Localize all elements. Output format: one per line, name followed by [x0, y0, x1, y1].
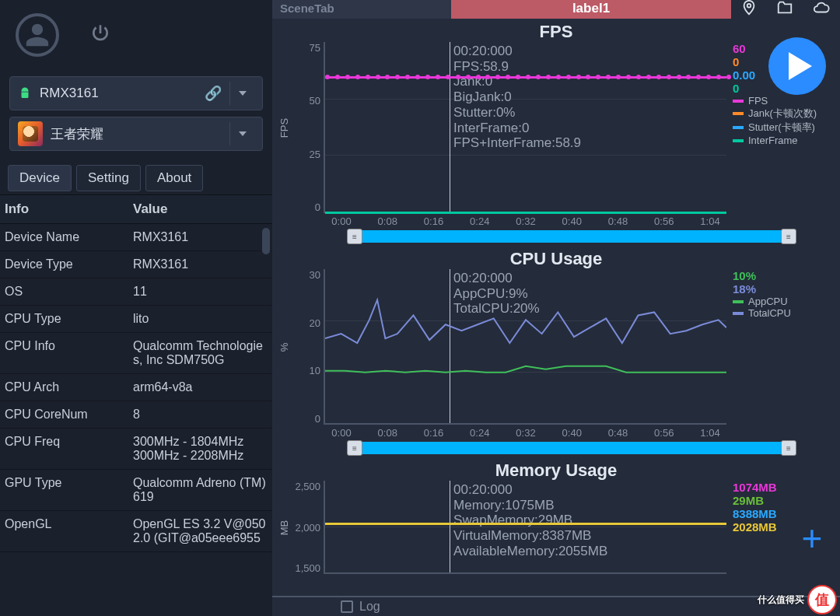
- info-value: OpenGL ES 3.2 V@0502.0 (GIT@a05eee6955: [128, 511, 272, 551]
- location-icon[interactable]: [740, 0, 758, 19]
- play-icon: [789, 52, 812, 80]
- slider-handle-left[interactable]: ≡: [347, 440, 362, 456]
- slider-handle-right[interactable]: ≡: [781, 229, 796, 244]
- info-value: 11: [128, 278, 272, 305]
- play-button[interactable]: [768, 37, 826, 95]
- app-name: 王者荣耀: [51, 125, 222, 143]
- chart-memory-usage: Memory UsageMB2,5002,0001,50000:20:000Me…: [277, 460, 835, 574]
- time-range-slider[interactable]: ≡≡: [355, 230, 789, 243]
- device-selector[interactable]: RMX3161 🔗: [9, 76, 263, 110]
- add-button[interactable]: +: [793, 523, 831, 560]
- app-selector[interactable]: 王者荣耀: [9, 117, 263, 151]
- device-name: RMX3161: [40, 86, 197, 101]
- chart-title: CPU Usage: [277, 249, 835, 269]
- chart-legend: 10%18%AppCPUTotalCPU: [726, 269, 835, 425]
- sidebar-tabs: Device Setting About: [0, 157, 272, 194]
- table-row: CPU Freq300MHz - 1804MHz 300MHz - 2208MH…: [0, 429, 272, 470]
- table-row: Device NameRMX3161: [0, 224, 272, 251]
- info-key: CPU Freq: [0, 429, 128, 469]
- cloud-icon[interactable]: [812, 0, 831, 19]
- tab-setting[interactable]: Setting: [76, 165, 141, 191]
- scrollbar-thumb[interactable]: [261, 227, 271, 255]
- plot-area[interactable]: 00:20:000Memory:1075MBSwapMemory:29MBVir…: [324, 481, 726, 574]
- folder-icon[interactable]: [776, 0, 793, 19]
- info-key: CPU Info: [0, 333, 128, 373]
- info-key: OS: [0, 278, 128, 305]
- user-bar: [0, 0, 272, 70]
- header-info: Info: [0, 195, 128, 223]
- chart-title: Memory Usage: [277, 460, 835, 481]
- info-value: lito: [128, 306, 272, 332]
- plot-area[interactable]: 00:20:000AppCPU:9%TotalCPU:20%: [324, 269, 726, 425]
- info-value: RMX3161: [128, 251, 272, 278]
- table-row: Device TypeRMX3161: [0, 251, 272, 278]
- app-icon: [18, 121, 43, 146]
- person-icon: [24, 22, 51, 48]
- info-value: RMX3161: [128, 224, 272, 250]
- chevron-down-icon: [239, 91, 247, 96]
- info-key: OpenGL: [0, 511, 128, 551]
- main-panel: SceneTab label1 FPSFPS755025000:20:000FP…: [272, 0, 840, 616]
- table-row: GPU TypeQualcomm Adreno (TM) 619: [0, 470, 272, 511]
- info-key: GPU Type: [0, 470, 128, 510]
- cursor-readout: 00:20:000Memory:1075MBSwapMemory:29MBVir…: [453, 482, 607, 559]
- svg-point-0: [747, 4, 751, 8]
- link-icon: 🔗: [205, 85, 222, 102]
- info-value: Qualcomm Adreno (TM) 619: [128, 470, 272, 510]
- info-key: CPU Type: [0, 306, 128, 332]
- chart-cpu-usage: CPU Usage%302010000:20:000AppCPU:9%Total…: [277, 249, 835, 459]
- chart-title: FPS: [277, 22, 835, 42]
- table-row: OpenGLOpenGL ES 3.2 V@0502.0 (GIT@a05eee…: [0, 511, 272, 552]
- info-value: 300MHz - 1804MHz 300MHz - 2208MHz: [128, 429, 272, 469]
- slider-handle-right[interactable]: ≡: [781, 440, 796, 456]
- info-key: CPU Arch: [0, 374, 128, 401]
- footer-bar: Log: [272, 596, 840, 616]
- plot-area[interactable]: 00:20:000FPS:58.9Jank:0BigJank:0Stutter:…: [324, 42, 726, 213]
- table-row: CPU Typelito: [0, 306, 272, 333]
- info-table-header: Info Value: [0, 194, 272, 224]
- info-value: 8: [128, 401, 272, 428]
- info-key: Device Type: [0, 251, 128, 278]
- tab-about[interactable]: About: [145, 165, 203, 191]
- scene-tab[interactable]: SceneTab: [272, 0, 451, 19]
- table-row: CPU Archarm64-v8a: [0, 374, 272, 401]
- cursor-readout: 00:20:000FPS:58.9Jank:0BigJank:0Stutter:…: [453, 44, 581, 151]
- android-icon: [18, 86, 32, 100]
- chevron-down-icon: [239, 131, 247, 136]
- tab-device[interactable]: Device: [8, 165, 72, 191]
- info-key: Device Name: [0, 224, 128, 250]
- time-range-slider[interactable]: ≡≡: [355, 442, 789, 454]
- log-checkbox[interactable]: [341, 600, 353, 613]
- power-icon[interactable]: [90, 23, 110, 47]
- app-dropdown-toggle[interactable]: [229, 122, 254, 145]
- info-key: CPU CoreNum: [0, 401, 128, 428]
- info-value: arm64-v8a: [128, 374, 272, 401]
- top-bar: SceneTab label1: [272, 0, 840, 19]
- table-row: CPU CoreNum8: [0, 401, 272, 429]
- avatar[interactable]: [16, 13, 59, 57]
- table-row: OS11: [0, 278, 272, 306]
- chart-fps: FPSFPS755025000:20:000FPS:58.9Jank:0BigJ…: [277, 22, 835, 247]
- sidebar: RMX3161 🔗 王者荣耀 Device Setting About Info…: [0, 0, 272, 616]
- header-value: Value: [128, 195, 272, 223]
- label-tab[interactable]: label1: [451, 0, 731, 19]
- info-table-body[interactable]: Device NameRMX3161Device TypeRMX3161OS11…: [0, 224, 272, 616]
- slider-handle-left[interactable]: ≡: [347, 229, 362, 244]
- info-value: Qualcomm Technologies, Inc SDM750G: [128, 333, 272, 373]
- table-row: CPU InfoQualcomm Technologies, Inc SDM75…: [0, 333, 272, 374]
- device-dropdown-toggle[interactable]: [229, 82, 254, 105]
- log-label: Log: [359, 600, 380, 614]
- watermark: 什么值得买 值: [758, 585, 837, 614]
